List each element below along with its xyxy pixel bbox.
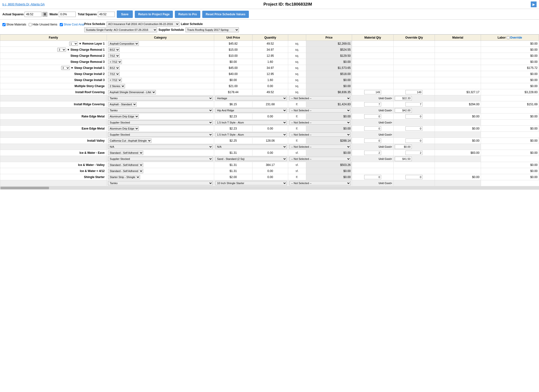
sub-select-3[interactable]: -- Not Selected -- (289, 181, 351, 185)
category-select[interactable]: Standard - Self Adhered (108, 169, 143, 173)
actual-squares-icon-btn[interactable]: 🖼 (42, 12, 47, 17)
sub-select-2[interactable]: Heritage (215, 96, 287, 100)
override-qty-input[interactable] (405, 126, 422, 131)
override-qty-input[interactable] (405, 139, 422, 143)
price-schedule-select[interactable]: ACI Insurance Fall 2016: ACI Constructio… (107, 22, 179, 26)
horizontal-scrollbar[interactable] (0, 186, 539, 190)
category-select[interactable]: Asphalt Composition (108, 41, 139, 46)
table-sub-row: Supplier Stocked1.5 Inch T Style - Alum-… (0, 120, 539, 126)
quantity-cell: 0.00 (252, 174, 288, 180)
override-qty-input[interactable] (405, 151, 422, 155)
override-qty-input[interactable] (405, 114, 422, 119)
sub-select-1[interactable]: Supplier Stocked (108, 132, 213, 137)
material-qty-cell (352, 101, 393, 107)
header-material-qty: Material Qty (352, 35, 393, 41)
scroll-right-button[interactable]: ▶ (531, 1, 537, 7)
waste-input[interactable] (59, 12, 76, 17)
sub-select-3[interactable]: -- Not Selected -- (289, 120, 351, 125)
labor-schedule-select[interactable]: Sustaita Single Family: ACI Construction… (84, 27, 157, 32)
sub-select-1[interactable]: Supplier Stocked (108, 120, 213, 125)
unit-cost-input[interactable] (395, 96, 412, 100)
sub-select-2[interactable]: Hip And Ridge (215, 108, 287, 113)
sub-select-3[interactable]: -- Not Selected -- (289, 132, 351, 137)
category-select[interactable]: Asphalt Shingle Dimensional - Lifet (108, 90, 156, 94)
row-num-select[interactable]: 1 (69, 42, 78, 46)
scrollbar-thumb[interactable] (0, 187, 49, 189)
material-qty-input[interactable] (364, 175, 381, 179)
reset-price-schedule-button[interactable]: Reset Price Schedule Values (202, 11, 249, 18)
sub-select-3[interactable]: -- Not Selected -- (289, 145, 351, 149)
sub-select-3[interactable]: -- Not Selected -- (289, 108, 351, 113)
category-select[interactable]: < 7/12 (108, 60, 122, 64)
price-cell: $8,836.35 (306, 89, 352, 95)
total-squares-input[interactable] (98, 12, 115, 17)
family-cell: Install Valley (0, 138, 107, 144)
category-select[interactable]: 8/12 (108, 66, 120, 70)
quantity-cell: 0.00 (252, 126, 288, 132)
sub-select-1[interactable]: Tamko (108, 96, 213, 100)
row-num-select[interactable]: 3 (57, 48, 66, 52)
sub-select-1[interactable]: Tamko (108, 181, 213, 185)
sub-select-3[interactable]: -- Not Selected -- (289, 157, 351, 161)
table-row: 3 ▼ Steep Charge Install 18/12$45.0034.9… (0, 65, 539, 71)
unit-cost-input[interactable] (395, 157, 412, 161)
override-qty-input[interactable] (405, 175, 422, 179)
category-select[interactable]: 7/12 (108, 54, 120, 58)
sub-select-2[interactable]: N/A (215, 145, 287, 149)
labor-cell: $0.00 (481, 53, 539, 59)
hide-unused-label[interactable]: Hide Unused Items (29, 23, 57, 26)
sub-select-1[interactable]: Tamko (108, 108, 213, 113)
category-select[interactable]: 7/12 (108, 72, 120, 76)
category-select[interactable]: 2 Stories (108, 84, 125, 88)
unit-cost-input[interactable] (395, 145, 412, 149)
labor-schedule-row: Sustaita Single Family: ACI Construction… (84, 27, 239, 32)
material-qty-input[interactable] (364, 90, 381, 94)
sub-select-2[interactable]: 1.5 Inch T Style - Alum (215, 120, 287, 125)
row-num-select[interactable]: 3 (61, 66, 70, 70)
supplier-schedule-select[interactable]: Travis Roofing Supply 2017 Spring: (185, 27, 239, 32)
unit-cell: sq. (288, 59, 306, 65)
return-project-page-button[interactable]: Return to Project Page (135, 11, 173, 18)
header-unit (288, 35, 306, 41)
actual-squares-input[interactable] (25, 12, 42, 17)
material-qty-input[interactable] (364, 114, 381, 119)
unit-cost-input[interactable] (395, 108, 412, 113)
return-pro-button[interactable]: Return to Pro (175, 11, 200, 18)
material-qty-input[interactable] (364, 102, 381, 106)
save-button[interactable]: Save (117, 10, 133, 18)
unit-cell: sf. (288, 162, 306, 168)
category-select[interactable]: Standard - Self Adhered (108, 151, 143, 155)
sub-labor-empty (435, 180, 481, 186)
override-qty-input[interactable] (405, 90, 422, 94)
sub-select-2[interactable]: Sand - Standard (2 Sq) (215, 157, 287, 161)
sub-select-3[interactable]: -- Not Selected -- (289, 96, 351, 100)
category-select[interactable]: < 7/12 (108, 78, 122, 82)
show-materials-label[interactable]: Show Materials (2, 23, 26, 26)
category-select[interactable]: California Cut - Asphalt Shingle (108, 139, 152, 143)
category-cell: 7/12 (107, 53, 214, 59)
category-select[interactable]: Standard - Self Adhered (108, 163, 143, 167)
sub-select-2[interactable]: 10 Inch Shingle Starter (215, 181, 287, 185)
category-select[interactable]: Starter Strip - Shingle (108, 175, 140, 179)
category-select[interactable]: Aluminum Drip Edge (108, 126, 139, 131)
category-select[interactable]: 8/12 (108, 48, 120, 52)
price-schedule-row: Price Schedule ACI Insurance Fall 2016: … (84, 22, 239, 26)
override-qty-input[interactable] (405, 102, 422, 106)
override-checkbox-header[interactable] (507, 36, 510, 39)
sub-labor-empty (435, 144, 481, 150)
hide-unused-checkbox[interactable] (29, 23, 32, 26)
waste-label: Waste (49, 13, 58, 16)
show-cost-checkbox[interactable] (60, 23, 63, 26)
sub-select-1[interactable]: Supplier Stocked (108, 157, 213, 161)
material-qty-input[interactable] (364, 151, 381, 155)
address-link[interactable]: b c, 8600 Roberts Dr, Atlanta GA (2, 3, 45, 6)
show-materials-checkbox[interactable] (2, 23, 6, 26)
material-qty-input[interactable] (364, 139, 381, 143)
sub-select-1[interactable]: N/A (108, 145, 213, 149)
price-cell: $1,573.65 (306, 65, 352, 71)
sub-select-2[interactable]: 1.5 Inch T Style - Alum (215, 132, 287, 137)
show-cost-label[interactable]: Show Cost Anal (60, 23, 84, 26)
category-select[interactable]: Aluminum Drip Edge (108, 114, 139, 119)
category-select[interactable]: Asphalt - Standard (108, 102, 137, 106)
material-qty-input[interactable] (364, 126, 381, 131)
